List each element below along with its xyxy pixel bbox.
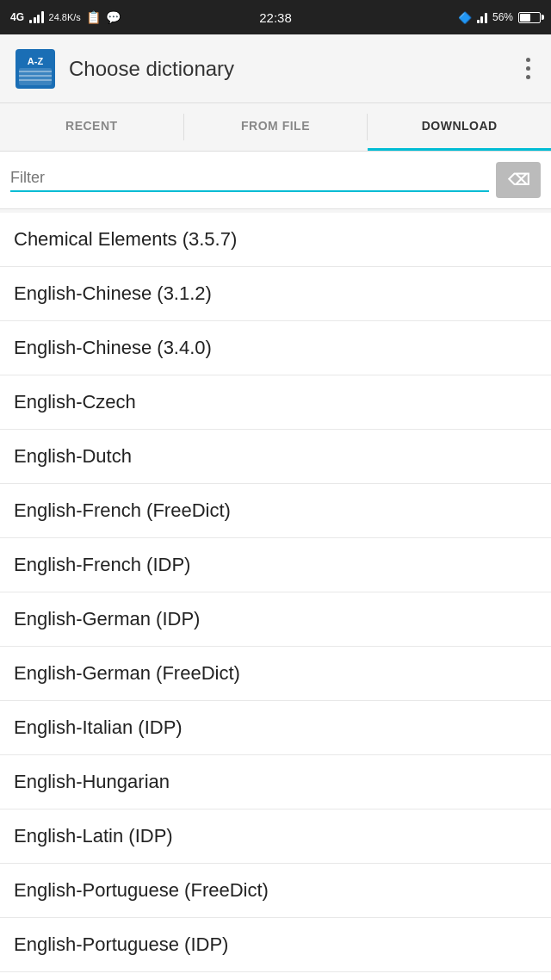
- tab-download[interactable]: DOWNLOAD: [368, 103, 551, 151]
- app-bar: A-Z Choose dictionary: [0, 34, 551, 103]
- filter-bar: ⌫: [0, 152, 551, 209]
- svg-text:A-Z: A-Z: [28, 56, 44, 66]
- list-item[interactable]: Chemical Elements (3.5.7): [0, 213, 551, 267]
- list-item[interactable]: English-Chinese (3.1.2): [0, 267, 551, 321]
- app-logo-icon: A-Z: [14, 47, 57, 90]
- list-item[interactable]: English-German (FreeDict): [0, 647, 551, 701]
- list-item[interactable]: English-Dutch: [0, 430, 551, 484]
- list-item[interactable]: English-Chinese (3.4.0): [0, 321, 551, 375]
- battery-percent: 56%: [492, 11, 513, 23]
- tabs-bar: RECENT FROM FILE DOWNLOAD: [0, 103, 551, 152]
- bluetooth-icon: 🔷: [458, 11, 472, 24]
- list-item[interactable]: English-Hungarian: [0, 755, 551, 809]
- list-item[interactable]: English-Czech: [0, 375, 551, 430]
- network-speed: 24.8K/s: [49, 12, 81, 22]
- overflow-menu-button[interactable]: [519, 51, 537, 86]
- svg-rect-2: [19, 68, 52, 85]
- filter-input[interactable]: [10, 169, 489, 187]
- list-item[interactable]: English -> Russian: [0, 972, 551, 980]
- menu-dot-1: [526, 58, 530, 62]
- clear-icon: ⌫: [508, 171, 529, 189]
- notifications-icon: 📋: [86, 10, 101, 24]
- tab-from-file[interactable]: FROM FILE: [184, 103, 368, 151]
- menu-dot-2: [526, 66, 530, 71]
- status-time: 22:38: [259, 10, 292, 25]
- wifi-icon: [477, 11, 487, 23]
- tab-recent[interactable]: RECENT: [0, 103, 183, 151]
- signal-4g: 4G: [10, 11, 24, 23]
- list-item[interactable]: English-Portuguese (FreeDict): [0, 864, 551, 918]
- clear-filter-button[interactable]: ⌫: [496, 162, 541, 198]
- filter-input-wrap: [10, 169, 489, 192]
- list-item[interactable]: English-Portuguese (IDP): [0, 918, 551, 972]
- page-title: Choose dictionary: [69, 57, 519, 81]
- list-item[interactable]: English-Latin (IDP): [0, 809, 551, 864]
- status-bar: 4G 24.8K/s 📋 💬 22:38 🔷 56%: [0, 0, 551, 34]
- list-item[interactable]: English-French (FreeDict): [0, 484, 551, 538]
- list-item[interactable]: English-German (IDP): [0, 592, 551, 647]
- status-right: 🔷 56%: [458, 11, 541, 24]
- status-left: 4G 24.8K/s 📋 💬: [10, 10, 121, 24]
- list-item[interactable]: English-Italian (IDP): [0, 701, 551, 755]
- list-item[interactable]: English-French (IDP): [0, 538, 551, 592]
- dictionary-list: Chemical Elements (3.5.7)English-Chinese…: [0, 213, 551, 980]
- signal-bars-1: [29, 11, 44, 23]
- menu-dot-3: [526, 75, 530, 79]
- battery-icon: [518, 12, 541, 23]
- message-icon: 💬: [106, 10, 121, 24]
